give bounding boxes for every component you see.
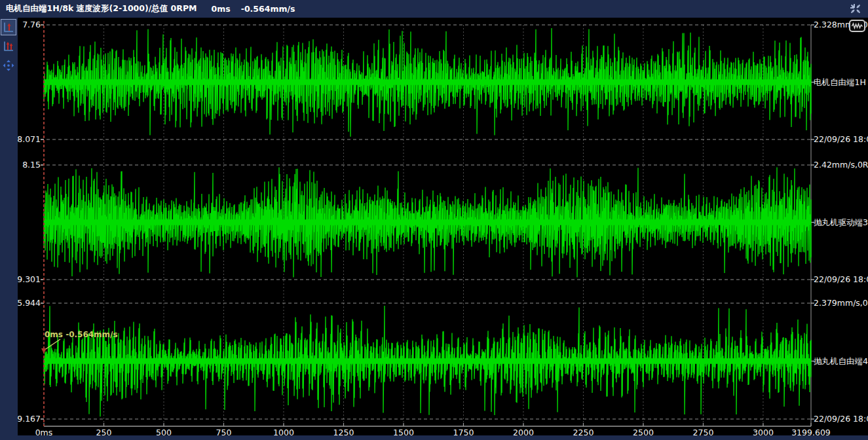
panel-2 xyxy=(41,165,814,280)
panel-3 xyxy=(41,303,814,419)
overall-value-label: 2.42mm/s,0RPM xyxy=(814,160,868,170)
channel-name-label: 抛丸机自由端4H xyxy=(814,357,868,366)
panel-1 xyxy=(41,25,814,139)
panel-3-waveform xyxy=(44,306,811,416)
waveform-display-button[interactable] xyxy=(849,20,865,32)
sidebar-tool-harmonic-cursor[interactable] xyxy=(1,38,16,54)
collapse-window-button[interactable] xyxy=(848,3,863,15)
sidebar-tool-pan[interactable] xyxy=(1,57,16,73)
pan-move-icon xyxy=(3,60,14,71)
overall-value-label: 2.379mm/s,0RPM xyxy=(814,299,868,308)
timestamp-label: 22/09/26 18:00 xyxy=(814,135,868,144)
waveform-icon xyxy=(852,22,863,29)
plot-canvas[interactable] xyxy=(0,0,868,440)
cursor-annotation: 0ms -0.564mm/s xyxy=(45,330,118,339)
cursor-time-readout: 0ms xyxy=(212,4,231,14)
panel-2-waveform xyxy=(44,168,811,278)
cursor-value-readout: -0.564mm/s xyxy=(241,4,295,14)
channel-name-label: 抛丸机驱动端3H xyxy=(814,218,868,227)
timestamp-label: 22/09/26 18:00 xyxy=(814,414,868,424)
left-toolbar xyxy=(0,18,18,435)
harmonic-cursor-icon xyxy=(3,41,14,52)
bottom-frame-strip xyxy=(0,435,868,440)
panel-1-waveform xyxy=(44,28,811,137)
timestamp-label: 22/09/26 18:00 xyxy=(814,275,868,284)
page-title: 电机自由端1H/8k 速度波形(2-1000)/总值 0RPM xyxy=(6,3,197,14)
single-cursor-icon xyxy=(3,22,14,33)
sidebar-tool-single-cursor[interactable] xyxy=(1,19,16,35)
channel-name-label: 电机自由端1H xyxy=(814,78,866,87)
collapse-arrows-icon xyxy=(848,3,863,15)
title-bar: 电机自由端1H/8k 速度波形(2-1000)/总值 0RPM 0ms -0.5… xyxy=(0,0,868,18)
